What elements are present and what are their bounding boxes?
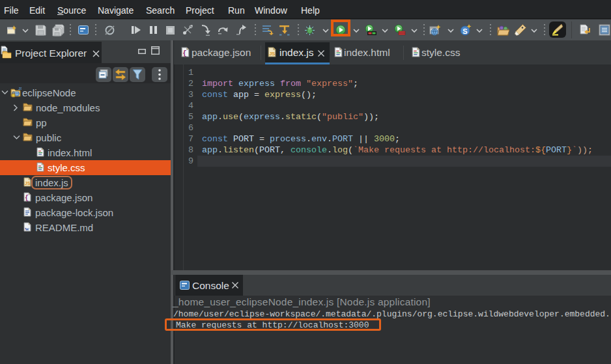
svg-text:JS: JS [25,181,31,186]
svg-text:{: { [182,49,186,57]
svg-text:{: { [25,195,29,202]
svg-text:S: S [462,27,467,35]
svg-text:w: w [25,225,29,232]
svg-text:JS: JS [269,51,275,57]
svg-text:JS: JS [18,87,21,91]
